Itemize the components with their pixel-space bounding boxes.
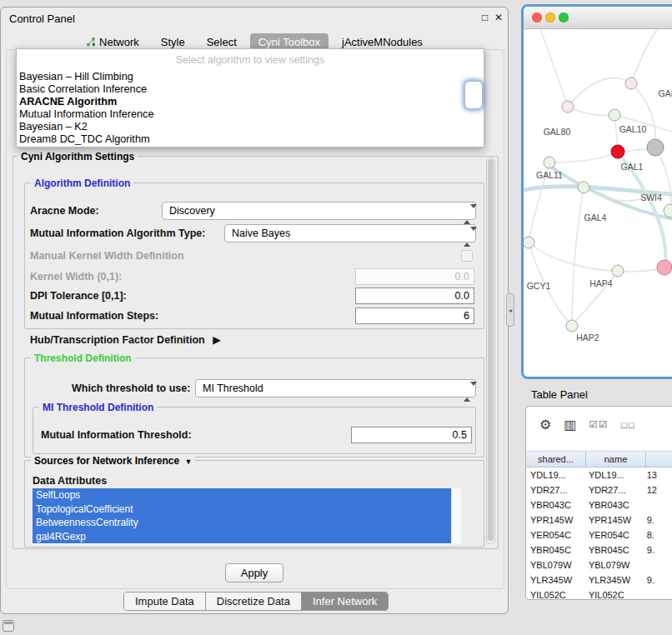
table-cell: YBL079W — [526, 558, 584, 572]
table-row[interactable]: YIL052CYIL052C — [526, 588, 672, 599]
table-cell — [643, 588, 672, 599]
panel-splitter-handle[interactable]: ◂ — [506, 293, 514, 327]
checked-boxes-icon[interactable]: ☑☑ — [589, 419, 609, 430]
table-cell: 9. — [643, 512, 672, 528]
table-cell: YBL079W — [584, 558, 643, 572]
table-row[interactable]: YDR27...YDR27...12 — [526, 482, 672, 498]
manual-kernel-width-checkbox[interactable] — [461, 250, 473, 262]
tab-label: jActiveMNodules — [342, 36, 423, 48]
network-node[interactable] — [611, 145, 624, 158]
bottom-tab-discretize-data[interactable]: Discretize Data — [206, 592, 302, 610]
network-node[interactable] — [647, 139, 664, 156]
network-node-label: GAL80 — [544, 127, 571, 137]
mi-steps-input[interactable] — [355, 308, 474, 324]
table-row[interactable]: YBL079WYBL079W — [526, 558, 672, 572]
algorithm-option-list: Bayesian – Hill ClimbingBasic Correlatio… — [17, 71, 484, 146]
hub-definition-toggle[interactable]: Hub/Transcription Factor Definition ▶ — [30, 334, 221, 346]
table-cell — [643, 498, 672, 512]
sources-group-toggle[interactable]: Sources for Network Inference ▼ — [31, 455, 195, 467]
table-cell: YLR345W — [584, 572, 643, 588]
algorithm-option-dream8-dc-tdc-algorithm[interactable]: Dream8 DC_TDC Algorithm — [17, 133, 484, 146]
settings-scrollbar-thumb[interactable] — [488, 159, 494, 541]
algorithm-option-basic-correlation-inference[interactable]: Basic Correlation Inference — [17, 83, 484, 96]
table-row[interactable]: YER054CYER054C8. — [526, 528, 672, 542]
zoom-button[interactable] — [559, 12, 569, 22]
dpi-tolerance-input[interactable] — [355, 288, 474, 304]
close-button[interactable] — [532, 12, 542, 22]
algorithm-dropdown-popup: Select algorithm to view settings Bayesi… — [16, 48, 484, 148]
collapse-arrow-icon: ▼ — [184, 458, 192, 466]
network-node[interactable] — [664, 204, 672, 218]
network-node[interactable] — [612, 265, 624, 277]
network-node[interactable] — [566, 320, 578, 332]
attribute-selfloops[interactable]: SelfLoops — [33, 488, 451, 502]
network-edge — [568, 107, 614, 116]
minimized-panel-icon[interactable] — [3, 620, 14, 632]
algorithm-option-bayesian-hill-climbing[interactable]: Bayesian – Hill Climbing — [17, 71, 484, 83]
float-window-icon[interactable]: □ — [482, 12, 488, 23]
columns-icon[interactable]: ▥ — [564, 417, 576, 432]
table-row[interactable]: YPR145WYPR145W9. — [526, 512, 672, 528]
table-cell: YBR045C — [584, 542, 643, 558]
combo-arrows-icon — [464, 383, 471, 400]
bottom-tab-infer-network[interactable]: Infer Network — [302, 592, 388, 610]
column-header-col2[interactable] — [646, 451, 672, 468]
network-node-label: SWI4 — [640, 192, 662, 202]
attribute-gal4rgexp[interactable]: gal4RGexp — [33, 530, 451, 544]
unchecked-boxes-icon[interactable]: □□ — [621, 420, 635, 430]
settings-scrollbar[interactable] — [486, 158, 495, 544]
tab-label: Style — [161, 36, 185, 48]
data-attributes-list[interactable]: SelfLoopsTopologicalCoefficientBetweenne… — [33, 488, 461, 544]
table-cell: YPR145W — [584, 512, 643, 528]
table-cell: YDL19... — [526, 468, 584, 482]
aracne-mode-select[interactable]: Discovery — [162, 202, 476, 220]
table-cell: YPR145W — [526, 512, 584, 528]
attribute-betweennesscentrality[interactable]: BetweennessCentrality — [33, 516, 451, 530]
network-edge — [631, 29, 657, 83]
table-cell: 8. — [643, 528, 672, 542]
bottom-tab-bar: Impute DataDiscretize DataInfer Network — [123, 592, 389, 611]
table-row[interactable]: YDL19...YDL19...13 — [526, 468, 672, 482]
close-icon[interactable]: ✕ — [494, 12, 503, 23]
gear-icon[interactable]: ⚙ — [539, 417, 551, 432]
attribute-list-scrollbar[interactable] — [451, 488, 461, 544]
network-node-label: GAL10 — [619, 124, 647, 134]
bottom-tab-impute-data[interactable]: Impute Data — [124, 592, 206, 610]
network-window-titlebar[interactable] — [524, 7, 672, 29]
network-node-label: GCY1 — [527, 281, 551, 291]
network-node-label: GAL4 — [584, 212, 607, 222]
network-node[interactable] — [578, 182, 589, 193]
which-threshold-select[interactable]: MI Threshold — [195, 379, 476, 398]
network-node[interactable] — [609, 109, 620, 121]
network-node[interactable] — [544, 157, 555, 168]
network-node[interactable] — [524, 237, 534, 248]
cyni-settings-title: Cyni Algorithm Settings — [18, 151, 138, 162]
mi-threshold-group-title: MI Threshold Definition — [39, 402, 157, 413]
table-row[interactable]: YLR345WYLR345W9. — [526, 572, 672, 588]
table-row[interactable]: YBR043CYBR043C — [526, 498, 672, 512]
expand-arrow-icon: ▶ — [213, 334, 221, 346]
column-header-shared[interactable]: shared... — [526, 451, 586, 468]
focused-control-fragment[interactable] — [464, 81, 483, 109]
table-row[interactable]: YBR045CYBR045C9. — [526, 542, 672, 558]
sources-group-title: Sources for Network Inference — [34, 455, 179, 467]
algorithm-option-mutual-information-inference[interactable]: Mutual Information Inference — [17, 108, 484, 121]
network-edge — [529, 242, 618, 271]
mi-threshold-input[interactable] — [351, 427, 472, 443]
column-header-name[interactable]: name — [586, 451, 646, 468]
network-node[interactable] — [625, 78, 637, 89]
panel-title: Control Panel — [9, 12, 75, 25]
hub-definition-label: Hub/Transcription Factor Definition — [30, 334, 205, 346]
network-canvas[interactable]: GAL80GAL10GALGAL1GAL11SWI4GAL4GCY1HAP4HA… — [524, 29, 672, 377]
mi-algorithm-type-select[interactable]: Naive Bayes — [224, 224, 476, 242]
table-cell: YBR043C — [584, 498, 643, 512]
attribute-topologicalcoefficient[interactable]: TopologicalCoefficient — [33, 502, 451, 517]
network-node[interactable] — [562, 101, 574, 112]
apply-button[interactable]: Apply — [225, 563, 283, 582]
desktop: Control Panel □ ✕ NetworkStyleSelectCyni… — [0, 0, 672, 635]
minimize-button[interactable] — [545, 12, 555, 22]
network-node[interactable] — [657, 260, 672, 275]
kernel-width-input[interactable] — [355, 268, 474, 285]
algorithm-option-aracne-algorithm[interactable]: ARACNE Algorithm — [17, 96, 484, 108]
algorithm-option-bayesian-k2[interactable]: Bayesian – K2 — [17, 121, 484, 133]
